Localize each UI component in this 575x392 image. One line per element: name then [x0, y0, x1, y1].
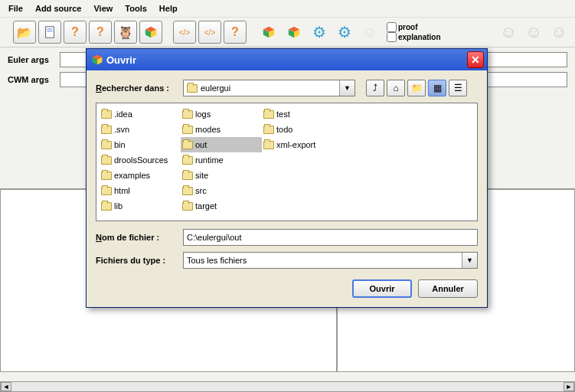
folder-icon — [182, 126, 193, 134]
checkbox-group: proof explanation — [387, 22, 441, 42]
folder-icon — [182, 172, 193, 180]
folder-item[interactable]: xml-export — [262, 137, 343, 152]
svg-rect-2 — [47, 31, 52, 31]
svg-rect-0 — [46, 27, 54, 38]
folder-item-label: out — [195, 140, 207, 149]
folder-icon — [182, 156, 193, 165]
open-dialog: Ouvrir ✕ Rechercher dans : eulergui ▼ ⤴ … — [86, 48, 488, 308]
view-list-icon[interactable]: ☰ — [449, 80, 467, 96]
folder-item-label: modes — [195, 125, 221, 134]
menu-help[interactable]: Help — [154, 2, 183, 15]
folder-item[interactable]: runtime — [181, 152, 262, 168]
folder-item-label: .svn — [114, 125, 129, 134]
new-folder-icon[interactable]: 📁 — [407, 80, 426, 96]
filetype-label: Fichiers du type : — [96, 256, 180, 265]
proof-checkbox[interactable]: proof — [387, 22, 441, 32]
code-2-icon[interactable]: </> — [198, 21, 221, 44]
horizontal-scrollbar[interactable]: ◄ ► — [0, 381, 575, 392]
help-1-icon[interactable]: ? — [64, 21, 87, 44]
emote-1-icon[interactable]: ☺ — [497, 21, 520, 44]
view-grid-icon[interactable]: ▦ — [428, 80, 446, 96]
emote-3-icon[interactable]: ☺ — [547, 21, 570, 44]
open-button[interactable]: Ouvrir — [352, 279, 412, 298]
menu-add-source[interactable]: Add source — [30, 2, 87, 15]
folder-item-label: lib — [114, 201, 123, 211]
folder-item-label: site — [195, 171, 208, 180]
menu-bar: File Add source View Tools Help — [0, 0, 575, 18]
folder-item-label: droolsSources — [114, 155, 168, 165]
svg-rect-1 — [47, 29, 52, 30]
owl-icon[interactable]: 🦉 — [114, 21, 137, 44]
folder-item-label: src — [195, 186, 207, 195]
folder-item-label: examples — [114, 171, 150, 180]
folder-icon — [263, 110, 274, 119]
menu-tools[interactable]: Tools — [119, 2, 152, 15]
chevron-down-icon[interactable]: ▼ — [462, 253, 477, 268]
lookin-value: eulergui — [201, 83, 230, 93]
chevron-down-icon[interactable]: ▼ — [339, 80, 354, 96]
lookin-combo[interactable]: eulergui ▼ — [183, 80, 355, 96]
folder-item[interactable]: droolsSources — [100, 152, 181, 168]
file-list[interactable]: .idea.svnbindroolsSourcesexampleshtmllib… — [96, 103, 478, 221]
folder-item[interactable]: lib — [100, 198, 181, 214]
cube-2-icon[interactable] — [257, 21, 280, 44]
help-3-icon[interactable]: ? — [224, 21, 247, 44]
euler-args-label: Euler args — [8, 55, 57, 64]
folder-item[interactable]: .svn — [100, 122, 181, 137]
folder-item[interactable]: modes — [181, 122, 262, 137]
folder-icon — [182, 187, 193, 195]
dialog-title: Ouvrir — [106, 54, 467, 66]
folder-item[interactable]: test — [262, 106, 343, 122]
face-icon[interactable]: ☺ — [358, 21, 381, 44]
cube-1-icon[interactable] — [139, 21, 162, 44]
explanation-checkbox[interactable]: explanation — [387, 32, 441, 42]
home-icon[interactable]: ⌂ — [387, 80, 405, 96]
cube-3-icon[interactable] — [283, 21, 305, 44]
folder-icon — [101, 202, 112, 211]
folder-icon — [101, 110, 112, 119]
help-2-icon[interactable]: ? — [89, 21, 112, 44]
folder-item-label: test — [276, 109, 290, 119]
menu-view[interactable]: View — [88, 2, 118, 15]
folder-item[interactable]: logs — [181, 106, 262, 122]
close-icon[interactable]: ✕ — [467, 51, 484, 68]
folder-icon — [263, 126, 274, 134]
folder-item[interactable]: examples — [100, 168, 181, 183]
document-icon[interactable] — [38, 21, 61, 44]
dialog-titlebar[interactable]: Ouvrir ✕ — [87, 49, 487, 70]
open-file-icon[interactable]: 📂 — [13, 21, 36, 44]
folder-item[interactable]: bin — [100, 137, 181, 152]
folder-item[interactable]: .idea — [100, 106, 181, 122]
filetype-combo[interactable]: Tous les fichiers ▼ — [183, 252, 478, 269]
folder-item[interactable]: target — [181, 198, 262, 214]
folder-icon — [263, 141, 274, 149]
folder-icon — [101, 172, 112, 180]
toolbar: 📂 ? ? 🦉 </> </> ? ⚙ ⚙ ☺ proof explanatio… — [0, 18, 575, 47]
filename-input[interactable] — [183, 229, 478, 246]
folder-item[interactable]: out — [181, 137, 262, 152]
cancel-button[interactable]: Annuler — [418, 279, 478, 298]
folder-item-label: xml-export — [276, 140, 315, 149]
scroll-left-icon[interactable]: ◄ — [1, 382, 11, 391]
menu-file[interactable]: File — [3, 2, 28, 15]
code-1-icon[interactable]: </> — [173, 21, 196, 44]
folder-item-label: runtime — [195, 155, 224, 165]
folder-item[interactable]: todo — [262, 122, 343, 137]
folder-item[interactable]: site — [181, 168, 262, 183]
folder-item-label: logs — [195, 109, 211, 119]
cwm-args-label: CWM args — [8, 75, 57, 84]
folder-item-label: todo — [276, 125, 292, 134]
scroll-right-icon[interactable]: ► — [564, 382, 574, 391]
folder-icon — [182, 110, 193, 119]
filetype-value: Tous les fichiers — [187, 256, 247, 265]
gear-1-icon[interactable]: ⚙ — [308, 21, 331, 44]
folder-item-label: bin — [114, 140, 126, 149]
folder-item-label: target — [195, 201, 217, 211]
folder-item[interactable]: src — [181, 183, 262, 198]
emote-2-icon[interactable]: ☺ — [522, 21, 545, 44]
folder-item[interactable]: html — [100, 183, 181, 198]
folder-icon — [101, 156, 112, 165]
up-folder-icon[interactable]: ⤴ — [366, 80, 384, 96]
gear-2-icon[interactable]: ⚙ — [333, 21, 356, 44]
folder-item-label: .idea — [114, 109, 132, 119]
